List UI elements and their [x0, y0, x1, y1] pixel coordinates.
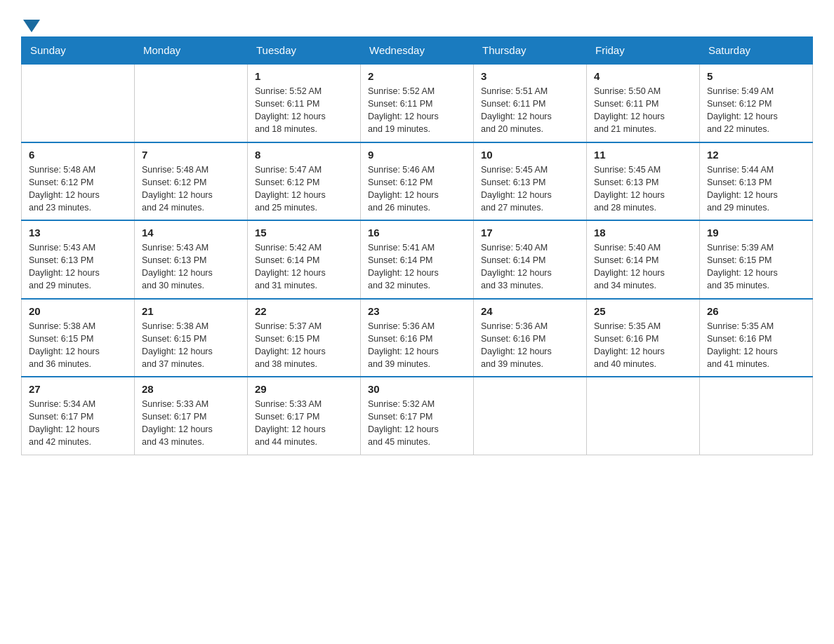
- weekday-header-thursday: Thursday: [474, 37, 587, 65]
- day-info: Sunrise: 5:41 AM Sunset: 6:14 PM Dayligh…: [368, 241, 466, 293]
- page-header: [21, 14, 813, 29]
- day-info: Sunrise: 5:51 AM Sunset: 6:11 PM Dayligh…: [481, 85, 579, 136]
- logo-arrow-icon: [23, 20, 40, 32]
- day-number: 4: [594, 70, 692, 82]
- day-info: Sunrise: 5:40 AM Sunset: 6:14 PM Dayligh…: [481, 241, 579, 293]
- day-number: 26: [707, 305, 805, 317]
- day-number: 16: [368, 227, 466, 239]
- calendar-cell: 19Sunrise: 5:39 AM Sunset: 6:15 PM Dayli…: [700, 220, 813, 299]
- calendar-cell: [22, 64, 135, 142]
- day-info: Sunrise: 5:52 AM Sunset: 6:11 PM Dayligh…: [255, 85, 353, 136]
- week-row-5: 27Sunrise: 5:34 AM Sunset: 6:17 PM Dayli…: [22, 377, 813, 455]
- weekday-header-monday: Monday: [135, 37, 248, 65]
- calendar-cell: 1Sunrise: 5:52 AM Sunset: 6:11 PM Daylig…: [248, 64, 361, 142]
- week-row-4: 20Sunrise: 5:38 AM Sunset: 6:15 PM Dayli…: [22, 299, 813, 377]
- calendar-cell: 23Sunrise: 5:36 AM Sunset: 6:16 PM Dayli…: [361, 299, 474, 377]
- day-info: Sunrise: 5:46 AM Sunset: 6:12 PM Dayligh…: [368, 163, 466, 215]
- day-info: Sunrise: 5:44 AM Sunset: 6:13 PM Dayligh…: [707, 163, 805, 215]
- week-row-1: 1Sunrise: 5:52 AM Sunset: 6:11 PM Daylig…: [22, 64, 813, 142]
- calendar-cell: 29Sunrise: 5:33 AM Sunset: 6:17 PM Dayli…: [248, 377, 361, 455]
- calendar-cell: 11Sunrise: 5:45 AM Sunset: 6:13 PM Dayli…: [587, 142, 700, 221]
- day-number: 3: [481, 70, 579, 82]
- day-info: Sunrise: 5:38 AM Sunset: 6:15 PM Dayligh…: [142, 320, 240, 371]
- day-number: 15: [255, 227, 353, 239]
- week-row-2: 6Sunrise: 5:48 AM Sunset: 6:12 PM Daylig…: [22, 142, 813, 221]
- day-info: Sunrise: 5:36 AM Sunset: 6:16 PM Dayligh…: [481, 320, 579, 371]
- day-number: 6: [29, 149, 127, 161]
- day-info: Sunrise: 5:32 AM Sunset: 6:17 PM Dayligh…: [368, 398, 466, 449]
- day-number: 12: [707, 149, 805, 161]
- day-number: 2: [368, 70, 466, 82]
- day-number: 29: [255, 383, 353, 395]
- calendar-cell: 26Sunrise: 5:35 AM Sunset: 6:16 PM Dayli…: [700, 299, 813, 377]
- calendar-cell: 3Sunrise: 5:51 AM Sunset: 6:11 PM Daylig…: [474, 64, 587, 142]
- week-row-3: 13Sunrise: 5:43 AM Sunset: 6:13 PM Dayli…: [22, 220, 813, 299]
- day-number: 17: [481, 227, 579, 239]
- weekday-header-row: SundayMondayTuesdayWednesdayThursdayFrid…: [22, 37, 813, 65]
- day-info: Sunrise: 5:48 AM Sunset: 6:12 PM Dayligh…: [142, 163, 240, 215]
- calendar-cell: [135, 64, 248, 142]
- calendar-cell: [700, 377, 813, 455]
- calendar-cell: 14Sunrise: 5:43 AM Sunset: 6:13 PM Dayli…: [135, 220, 248, 299]
- calendar-cell: 24Sunrise: 5:36 AM Sunset: 6:16 PM Dayli…: [474, 299, 587, 377]
- calendar-cell: 20Sunrise: 5:38 AM Sunset: 6:15 PM Dayli…: [22, 299, 135, 377]
- calendar-table: SundayMondayTuesdayWednesdayThursdayFrid…: [21, 36, 813, 455]
- day-number: 30: [368, 383, 466, 395]
- day-info: Sunrise: 5:40 AM Sunset: 6:14 PM Dayligh…: [594, 241, 692, 293]
- day-number: 20: [29, 305, 127, 317]
- day-number: 27: [29, 383, 127, 395]
- weekday-header-tuesday: Tuesday: [248, 37, 361, 65]
- day-info: Sunrise: 5:52 AM Sunset: 6:11 PM Dayligh…: [368, 85, 466, 136]
- day-number: 19: [707, 227, 805, 239]
- calendar-cell: 6Sunrise: 5:48 AM Sunset: 6:12 PM Daylig…: [22, 142, 135, 221]
- calendar-cell: 28Sunrise: 5:33 AM Sunset: 6:17 PM Dayli…: [135, 377, 248, 455]
- day-number: 10: [481, 149, 579, 161]
- day-info: Sunrise: 5:33 AM Sunset: 6:17 PM Dayligh…: [142, 398, 240, 449]
- day-number: 18: [594, 227, 692, 239]
- day-number: 25: [594, 305, 692, 317]
- calendar-cell: 22Sunrise: 5:37 AM Sunset: 6:15 PM Dayli…: [248, 299, 361, 377]
- day-info: Sunrise: 5:35 AM Sunset: 6:16 PM Dayligh…: [707, 320, 805, 371]
- logo: [21, 14, 40, 29]
- day-info: Sunrise: 5:36 AM Sunset: 6:16 PM Dayligh…: [368, 320, 466, 371]
- calendar-cell: 16Sunrise: 5:41 AM Sunset: 6:14 PM Dayli…: [361, 220, 474, 299]
- day-number: 22: [255, 305, 353, 317]
- day-number: 7: [142, 149, 240, 161]
- calendar-cell: 4Sunrise: 5:50 AM Sunset: 6:11 PM Daylig…: [587, 64, 700, 142]
- day-info: Sunrise: 5:43 AM Sunset: 6:13 PM Dayligh…: [142, 241, 240, 293]
- day-info: Sunrise: 5:49 AM Sunset: 6:12 PM Dayligh…: [707, 85, 805, 136]
- calendar-cell: [474, 377, 587, 455]
- calendar-cell: 27Sunrise: 5:34 AM Sunset: 6:17 PM Dayli…: [22, 377, 135, 455]
- day-info: Sunrise: 5:43 AM Sunset: 6:13 PM Dayligh…: [29, 241, 127, 293]
- calendar-cell: 5Sunrise: 5:49 AM Sunset: 6:12 PM Daylig…: [700, 64, 813, 142]
- day-info: Sunrise: 5:34 AM Sunset: 6:17 PM Dayligh…: [29, 398, 127, 449]
- day-info: Sunrise: 5:38 AM Sunset: 6:15 PM Dayligh…: [29, 320, 127, 371]
- calendar-cell: 30Sunrise: 5:32 AM Sunset: 6:17 PM Dayli…: [361, 377, 474, 455]
- day-info: Sunrise: 5:35 AM Sunset: 6:16 PM Dayligh…: [594, 320, 692, 371]
- weekday-header-saturday: Saturday: [700, 37, 813, 65]
- day-number: 28: [142, 383, 240, 395]
- weekday-header-wednesday: Wednesday: [361, 37, 474, 65]
- calendar-cell: 12Sunrise: 5:44 AM Sunset: 6:13 PM Dayli…: [700, 142, 813, 221]
- day-info: Sunrise: 5:48 AM Sunset: 6:12 PM Dayligh…: [29, 163, 127, 215]
- day-number: 13: [29, 227, 127, 239]
- calendar-cell: 7Sunrise: 5:48 AM Sunset: 6:12 PM Daylig…: [135, 142, 248, 221]
- day-number: 5: [707, 70, 805, 82]
- calendar-cell: 15Sunrise: 5:42 AM Sunset: 6:14 PM Dayli…: [248, 220, 361, 299]
- calendar-cell: 9Sunrise: 5:46 AM Sunset: 6:12 PM Daylig…: [361, 142, 474, 221]
- calendar-cell: 2Sunrise: 5:52 AM Sunset: 6:11 PM Daylig…: [361, 64, 474, 142]
- calendar-cell: [587, 377, 700, 455]
- weekday-header-friday: Friday: [587, 37, 700, 65]
- day-number: 11: [594, 149, 692, 161]
- calendar-cell: 8Sunrise: 5:47 AM Sunset: 6:12 PM Daylig…: [248, 142, 361, 221]
- calendar-cell: 25Sunrise: 5:35 AM Sunset: 6:16 PM Dayli…: [587, 299, 700, 377]
- day-info: Sunrise: 5:37 AM Sunset: 6:15 PM Dayligh…: [255, 320, 353, 371]
- day-number: 8: [255, 149, 353, 161]
- day-info: Sunrise: 5:45 AM Sunset: 6:13 PM Dayligh…: [594, 163, 692, 215]
- calendar-cell: 18Sunrise: 5:40 AM Sunset: 6:14 PM Dayli…: [587, 220, 700, 299]
- day-info: Sunrise: 5:45 AM Sunset: 6:13 PM Dayligh…: [481, 163, 579, 215]
- calendar-cell: 13Sunrise: 5:43 AM Sunset: 6:13 PM Dayli…: [22, 220, 135, 299]
- calendar-cell: 10Sunrise: 5:45 AM Sunset: 6:13 PM Dayli…: [474, 142, 587, 221]
- calendar-cell: 17Sunrise: 5:40 AM Sunset: 6:14 PM Dayli…: [474, 220, 587, 299]
- day-number: 9: [368, 149, 466, 161]
